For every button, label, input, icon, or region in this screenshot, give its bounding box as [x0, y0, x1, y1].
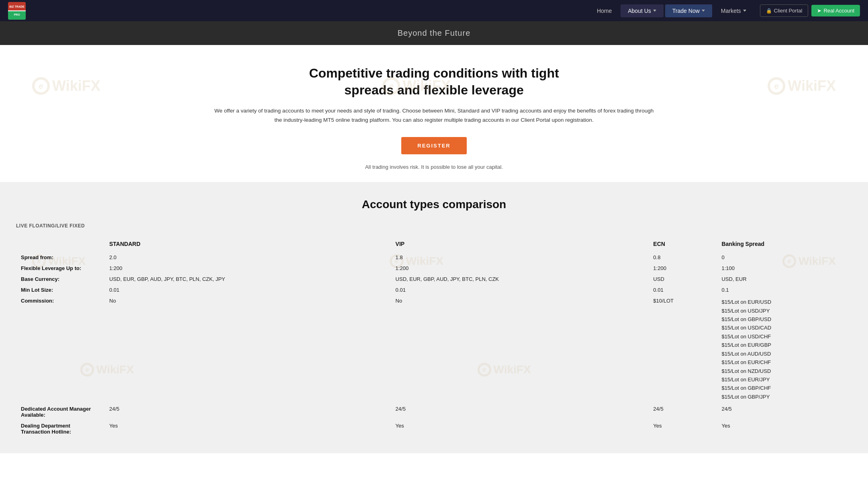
row-ecn-commission: $10/LOT [648, 295, 717, 403]
svg-text:BIZ TRADE: BIZ TRADE [9, 5, 25, 8]
comparison-table-container: LIVE FLOATING/LIVE FIXED STANDARD VIP EC… [16, 223, 852, 437]
row-standard-manager: 24/5 [104, 403, 391, 420]
list-item: $15/Lot on GBP/JPY [721, 393, 847, 401]
row-label-currency: Base Currency: [16, 274, 104, 284]
list-item: $15/Lot on USD/CAD [721, 323, 847, 332]
banking-spread-list: $15/Lot on EUR/USD $15/Lot on USD/JPY $1… [721, 298, 847, 401]
table-header-row: STANDARD VIP ECN Banking Spread [16, 237, 852, 252]
list-item: $15/Lot on EUR/USD [721, 298, 847, 306]
list-item: $15/Lot on NZD/USD [721, 367, 847, 375]
list-item: $15/Lot on USD/CHF [721, 332, 847, 341]
nav-about-us[interactable]: About Us [621, 4, 664, 17]
row-standard-lot: 0.01 [104, 284, 391, 295]
lock-icon: 🔒 [766, 8, 772, 14]
list-item: $15/Lot on USD/JPY [721, 307, 847, 315]
register-button[interactable]: REGISTER [401, 137, 466, 154]
row-banking-commission: $15/Lot on EUR/USD $15/Lot on USD/JPY $1… [717, 295, 852, 403]
row-banking-currency: USD, EUR [717, 274, 852, 284]
row-standard-spread: 2.0 [104, 252, 391, 263]
row-vip-dealing: Yes [391, 420, 649, 437]
row-vip-spread: 1.8 [391, 252, 649, 263]
table-row: Min Lot Size: 0.01 0.01 0.01 0.1 [16, 284, 852, 295]
row-banking-lot: 0.1 [717, 284, 852, 295]
main-heading: Competitive trading conditions with tigh… [294, 65, 575, 98]
col-vip-header: VIP [391, 237, 649, 252]
row-label-commission: Commission: [16, 295, 104, 403]
row-label-lot: Min Lot Size: [16, 284, 104, 295]
row-banking-dealing: Yes [717, 420, 852, 437]
list-item: $15/Lot on AUD/USD [721, 350, 847, 358]
list-item: $15/Lot on GBP/USD [721, 315, 847, 323]
real-account-button[interactable]: ➤ Real Account [811, 5, 860, 16]
nav-markets[interactable]: Markets [714, 4, 754, 17]
hero-banner: Beyond the Future [0, 21, 868, 45]
comparison-title: Account types comparison [16, 198, 852, 211]
row-vip-leverage: 1:200 [391, 263, 649, 274]
row-banking-leverage: 1:100 [717, 263, 852, 274]
table-row: Dealing Department Transaction Hotline: … [16, 420, 852, 437]
nav-items: Home About Us Trade Now Markets [590, 4, 754, 17]
chevron-down-icon [653, 10, 656, 12]
row-ecn-spread: 0.8 [648, 252, 717, 263]
col-banking-header: Banking Spread [717, 237, 852, 252]
row-ecn-leverage: 1:200 [648, 263, 717, 274]
navigation: BIZ TRADE PRO Home About Us Trade Now Ma… [0, 0, 868, 21]
hero-title: Beyond the Future [8, 29, 860, 38]
svg-text:PRO: PRO [14, 13, 20, 16]
comparison-section: e WikiFX e WikiFX e WikiFX e WikiFX e Wi… [0, 182, 868, 453]
table-row: Dedicated Account Manager Available: 24/… [16, 403, 852, 420]
col-ecn-header: ECN [648, 237, 717, 252]
arrow-icon: ➤ [817, 8, 821, 14]
list-item: $15/Lot on EUR/GBP [721, 341, 847, 349]
section-label: LIVE FLOATING/LIVE FIXED [16, 223, 852, 229]
row-ecn-dealing: Yes [648, 420, 717, 437]
nav-right: 🔒 Client Portal ➤ Real Account [760, 4, 860, 17]
risk-warning: All trading involves risk. It is possibl… [8, 164, 860, 170]
row-label-manager: Dedicated Account Manager Available: [16, 403, 104, 420]
comparison-table: STANDARD VIP ECN Banking Spread Spread f… [16, 237, 852, 437]
row-vip-manager: 24/5 [391, 403, 649, 420]
row-label-spread: Spread from: [16, 252, 104, 263]
client-portal-button[interactable]: 🔒 Client Portal [760, 4, 809, 17]
chevron-down-icon [743, 10, 746, 12]
main-content: e WikiFX e WikiFX e WikiFX Competitive t… [0, 45, 868, 182]
table-row: Flexible Leverage Up to: 1:200 1:200 1:2… [16, 263, 852, 274]
col-field-header [16, 237, 104, 252]
row-ecn-currency: USD [648, 274, 717, 284]
row-standard-dealing: Yes [104, 420, 391, 437]
nav-home[interactable]: Home [590, 4, 619, 17]
row-banking-manager: 24/5 [717, 403, 852, 420]
wikifx-watermark-3: e WikiFX [768, 77, 836, 95]
table-row: Commission: No No $10/LOT $15/Lot on EUR… [16, 295, 852, 403]
row-banking-spread: 0 [717, 252, 852, 263]
main-description: We offer a variety of trading accounts t… [213, 106, 655, 125]
list-item: $15/Lot on EUR/JPY [721, 375, 847, 384]
row-standard-leverage: 1:200 [104, 263, 391, 274]
list-item: $15/Lot on GBP/CHF [721, 384, 847, 392]
row-ecn-manager: 24/5 [648, 403, 717, 420]
table-row: Spread from: 2.0 1.8 0.8 0 [16, 252, 852, 263]
list-item: $15/Lot on EUR/CHF [721, 358, 847, 366]
row-label-dealing: Dealing Department Transaction Hotline: [16, 420, 104, 437]
table-row: Base Currency: USD, EUR, GBP, AUD, JPY, … [16, 274, 852, 284]
wikifx-watermark-1: e WikiFX [32, 77, 100, 95]
nav-trade-now[interactable]: Trade Now [665, 4, 712, 17]
chevron-down-icon [702, 10, 705, 12]
row-label-leverage: Flexible Leverage Up to: [16, 263, 104, 274]
col-standard-header: STANDARD [104, 237, 391, 252]
row-standard-currency: USD, EUR, GBP, AUD, JPY, BTC, PLN, CZK, … [104, 274, 391, 284]
row-vip-currency: USD, EUR, GBP, AUD, JPY, BTC, PLN, CZK [391, 274, 649, 284]
row-vip-commission: No [391, 295, 649, 403]
row-standard-commission: No [104, 295, 391, 403]
logo[interactable]: BIZ TRADE PRO [8, 2, 26, 20]
row-ecn-lot: 0.01 [648, 284, 717, 295]
row-vip-lot: 0.01 [391, 284, 649, 295]
